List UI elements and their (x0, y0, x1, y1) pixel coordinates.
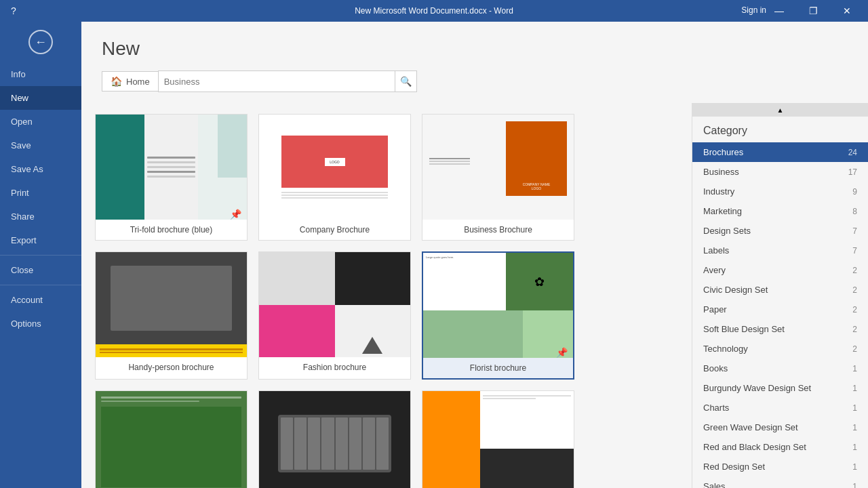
home-icon: 🏠 (111, 76, 122, 87)
template-thumb-green (96, 391, 247, 488)
sidebar-item-account[interactable]: Account (0, 288, 81, 312)
sidebar-item-export[interactable]: Export (0, 228, 81, 252)
sign-in-button[interactable]: Sign in (741, 5, 766, 15)
template-label-handy: Handy-person brochure (96, 357, 247, 378)
category-name-red-design-set: Red Design Set (703, 462, 844, 472)
pin-icon-florist[interactable]: 📌 (556, 347, 568, 358)
pin-icon-trifold[interactable]: 📌 (230, 209, 241, 220)
sidebar-item-save-as[interactable]: Save As (0, 157, 81, 181)
template-card-green[interactable]: Green Nature Brochure (95, 390, 248, 488)
template-label-company: Company Brochure (259, 220, 410, 240)
search-button[interactable]: 🔍 (395, 70, 417, 92)
category-count-technology: 2 (844, 344, 857, 354)
category-count-books: 1 (844, 364, 857, 373)
templates-grid: Tri-fold brochure (blue)📌LOGOCompany Bro… (81, 103, 692, 488)
template-thumb-fashion (259, 252, 410, 357)
category-item-business[interactable]: Business17 (692, 162, 868, 182)
home-label: Home (126, 77, 150, 87)
category-item-marketing[interactable]: Marketing8 (692, 201, 868, 221)
category-item-red-and-black-design-set[interactable]: Red and Black Design Set1 (692, 437, 868, 457)
sidebar-item-info[interactable]: Info (0, 62, 81, 86)
template-card-business[interactable]: COMPANY NAMELOGOBusiness Brochure (422, 114, 574, 241)
category-count-labels: 7 (844, 246, 857, 256)
category-item-technology[interactable]: Technology2 (692, 339, 868, 359)
category-name-sales: Sales (703, 481, 844, 488)
template-card-trifold[interactable]: Tri-fold brochure (blue)📌 (95, 114, 248, 241)
scroll-up-button[interactable]: ▲ (692, 103, 868, 117)
template-thumb-business: COMPANY NAMELOGO (422, 115, 574, 220)
category-item-industry[interactable]: Industry9 (692, 182, 868, 201)
category-item-sales[interactable]: Sales1 (692, 476, 868, 488)
category-item-red-design-set[interactable]: Red Design Set1 (692, 457, 868, 476)
category-name-books: Books (703, 363, 844, 373)
category-item-design-sets[interactable]: Design Sets7 (692, 221, 868, 241)
help-button[interactable]: ? (5, 3, 22, 19)
category-name-charts: Charts (703, 403, 844, 413)
category-name-labels: Labels (703, 245, 844, 256)
maximize-button[interactable]: ❐ (797, 0, 829, 22)
minimize-button[interactable]: — (764, 0, 795, 22)
sidebar-item-share[interactable]: Share (0, 205, 81, 228)
category-count-design-sets: 7 (844, 226, 857, 236)
template-card-company[interactable]: LOGOCompany Brochure (258, 114, 411, 241)
category-name-marketing: Marketing (703, 206, 844, 216)
sidebar-item-print[interactable]: Print (0, 181, 81, 205)
category-count-civic-design-set: 2 (844, 285, 857, 295)
category-item-labels[interactable]: Labels7 (692, 241, 868, 260)
template-card-keyboard[interactable]: Technology Brochure (258, 390, 411, 488)
content-area: New 🏠 Home 🔍 Tri-fold brochure (blue)📌LO… (81, 22, 868, 488)
category-count-soft-blue-design-set: 2 (844, 325, 857, 334)
category-count-green-wave-design-set: 1 (844, 423, 857, 432)
back-button[interactable]: ← (0, 22, 81, 62)
template-thumb-keyboard (259, 391, 410, 488)
template-label-business: Business Brochure (422, 220, 574, 240)
template-label-florist: Florist brochure (423, 358, 573, 378)
category-name-brochures: Brochures (703, 147, 844, 157)
category-count-marketing: 8 (844, 207, 857, 216)
category-count-burgundy-wave-design-set: 1 (844, 384, 857, 393)
category-item-soft-blue-design-set[interactable]: Soft Blue Design Set2 (692, 319, 868, 339)
title-bar: ? New Microsoft Word Document.docx - Wor… (0, 0, 868, 22)
template-label-trifold: Tri-fold brochure (blue) (96, 220, 247, 240)
back-icon: ← (28, 30, 53, 54)
category-name-civic-design-set: Civic Design Set (703, 285, 844, 295)
template-thumb-orange (422, 391, 574, 488)
template-card-orange[interactable]: Orange Modern Brochure (422, 390, 574, 488)
category-item-charts[interactable]: Charts1 (692, 398, 868, 418)
category-item-books[interactable]: Books1 (692, 359, 868, 378)
page-title: New (102, 38, 848, 60)
window-title: New Microsoft Word Document.docx - Word (355, 6, 513, 16)
template-card-fashion[interactable]: Fashion brochure (258, 251, 411, 380)
category-item-civic-design-set[interactable]: Civic Design Set2 (692, 280, 868, 300)
search-input[interactable] (158, 70, 395, 92)
content-header: New 🏠 Home 🔍 (81, 22, 868, 103)
category-count-paper: 2 (844, 305, 857, 314)
app-body: ← InfoNewOpenSaveSave AsPrintShareExport… (0, 22, 868, 488)
sidebar-item-close[interactable]: Close (0, 258, 81, 282)
sidebar-item-new[interactable]: New (0, 86, 81, 110)
category-title: Category (692, 117, 868, 142)
sidebar-item-open[interactable]: Open (0, 110, 81, 134)
category-item-burgundy-wave-design-set[interactable]: Burgundy Wave Design Set1 (692, 378, 868, 398)
template-card-florist[interactable]: Large quote goes here.✿Florist brochure📌 (422, 251, 574, 380)
category-name-soft-blue-design-set: Soft Blue Design Set (703, 324, 844, 334)
category-name-paper: Paper (703, 304, 844, 314)
template-card-handy[interactable]: Handy-person brochure (95, 251, 248, 380)
category-item-brochures[interactable]: Brochures24 (692, 142, 868, 162)
category-count-charts: 1 (844, 403, 857, 413)
sidebar-item-save[interactable]: Save (0, 134, 81, 157)
category-item-avery[interactable]: Avery2 (692, 260, 868, 280)
category-item-paper[interactable]: Paper2 (692, 300, 868, 319)
category-name-green-wave-design-set: Green Wave Design Set (703, 422, 844, 432)
category-item-green-wave-design-set[interactable]: Green Wave Design Set1 (692, 418, 868, 437)
home-button[interactable]: 🏠 Home (102, 71, 158, 92)
content-body: Tri-fold brochure (blue)📌LOGOCompany Bro… (81, 103, 868, 488)
category-count-brochures: 24 (844, 148, 857, 157)
template-label-fashion: Fashion brochure (259, 357, 410, 378)
category-name-burgundy-wave-design-set: Burgundy Wave Design Set (703, 383, 844, 393)
category-name-avery: Avery (703, 265, 844, 275)
close-button[interactable]: ✕ (831, 0, 863, 22)
sidebar-item-options[interactable]: Options (0, 312, 81, 336)
category-name-design-sets: Design Sets (703, 226, 844, 236)
template-thumb-company: LOGO (259, 115, 410, 220)
